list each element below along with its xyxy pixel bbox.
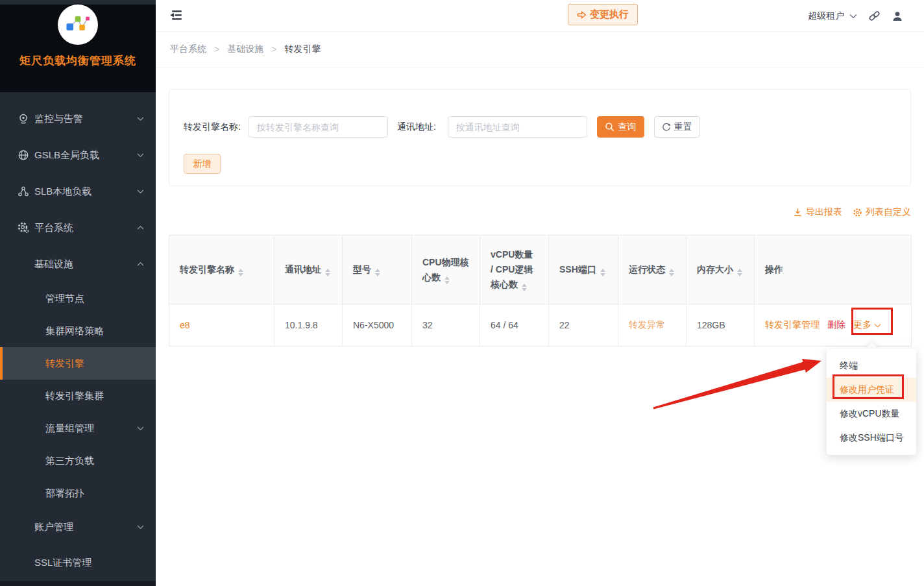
engine-name-label: 转发引擎名称: <box>184 121 241 133</box>
sort-icon[interactable] <box>375 269 380 276</box>
sort-icon[interactable] <box>444 276 450 284</box>
col-memory[interactable]: 内存大小 <box>687 236 755 304</box>
link-icon[interactable] <box>868 10 881 22</box>
cell-model: N6-X5000 <box>343 304 412 347</box>
sidebar-item-gslb[interactable]: GSLB全局负载 <box>0 137 156 173</box>
sidebar-menu: 监控与告警 GSLB全局负载 <box>0 92 156 581</box>
col-ssh-port[interactable]: SSH端口 <box>549 236 618 304</box>
menu-item-modify-ssh-port[interactable]: 修改SSH端口号 <box>827 426 916 450</box>
customize-columns-link[interactable]: 列表自定义 <box>853 206 911 218</box>
sort-icon[interactable] <box>238 269 243 276</box>
engine-name-link[interactable]: e8 <box>180 320 190 330</box>
share-icon <box>18 186 29 197</box>
col-vcpu[interactable]: vCPU数量 / CPU逻辑核心数 <box>480 236 549 304</box>
col-model[interactable]: 型号 <box>343 236 412 304</box>
delete-link[interactable]: 删除 <box>827 319 845 331</box>
sort-icon[interactable] <box>522 284 527 291</box>
download-icon <box>793 208 803 217</box>
filter-card: 转发引擎名称: 通讯地址: 查询 重置 <box>169 89 911 186</box>
menu-item-modify-credentials[interactable]: 修改用户凭证 <box>827 378 916 402</box>
sidebar-item-deploy-topology[interactable]: 部署拓扑 <box>0 477 156 509</box>
add-button[interactable]: 新增 <box>184 154 221 174</box>
cell-ssh-port: 22 <box>549 304 618 347</box>
sidebar-item-platform[interactable]: 平台系统 <box>0 210 156 246</box>
breadcrumb-infrastructure[interactable]: 基础设施 <box>227 43 263 55</box>
menu-item-modify-vcpu[interactable]: 修改vCPU数量 <box>827 402 916 426</box>
sidebar-item-monitoring[interactable]: 监控与告警 <box>0 101 156 137</box>
menu-item-terminal[interactable]: 终端 <box>827 354 916 378</box>
gear-icon <box>853 208 862 217</box>
search-button[interactable]: 查询 <box>597 116 644 138</box>
comm-address-label: 通讯地址: <box>397 121 436 133</box>
table-toolbar: 导出报表 列表自定义 <box>169 206 911 218</box>
export-report-link[interactable]: 导出报表 <box>793 206 842 218</box>
sidebar-item-ssl-cert-management[interactable]: SSL证书管理 <box>0 544 156 581</box>
table-row: e8 10.1.9.8 N6-X5000 32 64 / 64 22 转发异常 … <box>169 304 912 347</box>
cell-vcpu: 64 / 64 <box>480 304 549 347</box>
chevron-down-icon <box>874 323 881 328</box>
sidebar-item-manage-node[interactable]: 管理节点 <box>0 282 156 315</box>
sidebar-item-cluster-network-policy[interactable]: 集群网络策略 <box>0 315 156 347</box>
app-title: 矩尺负载均衡管理系统 <box>0 53 156 68</box>
sidebar-item-forward-engine[interactable]: 转发引擎 <box>0 347 156 380</box>
filter-row: 转发引擎名称: 通讯地址: 查询 重置 <box>184 116 700 138</box>
sort-icon[interactable] <box>737 269 742 276</box>
chevron-down-icon <box>849 14 857 19</box>
cell-address: 10.1.9.8 <box>274 304 343 347</box>
chevron-down-icon <box>137 117 144 121</box>
breadcrumb-platform[interactable]: 平台系统 <box>170 43 206 55</box>
reset-button[interactable]: 重置 <box>654 116 700 138</box>
breadcrumb-separator: > <box>214 44 219 55</box>
globe-icon <box>18 149 29 161</box>
gear-icon <box>18 222 29 234</box>
logo-graph-icon <box>64 11 91 38</box>
header-right: 超级租户 <box>808 0 903 32</box>
refresh-icon <box>662 123 671 132</box>
manage-engine-link[interactable]: 转发引擎管理 <box>765 319 820 331</box>
breadcrumb-current: 转发引擎 <box>284 43 321 55</box>
breadcrumb-separator: > <box>271 44 276 55</box>
search-icon <box>605 122 614 132</box>
more-dropdown-trigger[interactable]: 更多 <box>853 319 881 331</box>
sidebar-item-third-party-load[interactable]: 第三方负载 <box>0 445 156 477</box>
chevron-down-icon <box>137 189 144 194</box>
top-header: 变更执行 超级租户 <box>156 0 924 32</box>
chevron-up-icon <box>137 226 144 230</box>
sidebar-item-forward-engine-cluster[interactable]: 转发引擎集群 <box>0 380 156 412</box>
chevron-down-icon <box>137 525 144 530</box>
cell-physical-cores: 32 <box>412 304 480 347</box>
breadcrumb: 平台系统 > 基础设施 > 转发引擎 <box>156 32 924 67</box>
change-exec-button[interactable]: 变更执行 <box>568 4 638 25</box>
chevron-up-icon <box>137 262 144 267</box>
user-icon[interactable] <box>892 10 903 22</box>
col-run-status[interactable]: 运行状态 <box>618 236 687 304</box>
col-operations: 操作 <box>755 236 912 304</box>
app-logo <box>58 5 98 45</box>
chevron-down-icon <box>137 426 144 431</box>
comm-address-input[interactable] <box>448 116 587 138</box>
sidebar-bottom-strip <box>0 581 156 586</box>
chevron-down-icon <box>137 153 144 158</box>
sidebar-item-infrastructure[interactable]: 基础设施 <box>0 246 156 282</box>
sort-icon[interactable] <box>600 269 605 276</box>
table-header-row: 转发引擎名称 通讯地址 型号 CPU物理核心数 vCPU数量 / CPU逻辑核心… <box>169 236 912 304</box>
engine-table: 转发引擎名称 通讯地址 型号 CPU物理核心数 vCPU数量 / CPU逻辑核心… <box>169 235 912 347</box>
status-badge: 转发异常 <box>629 319 665 330</box>
menu-fold-icon[interactable] <box>170 10 182 21</box>
tenant-selector[interactable]: 超级租户 <box>808 10 857 22</box>
sidebar-item-account-management[interactable]: 账户管理 <box>0 509 156 544</box>
cell-memory: 128GB <box>687 304 755 347</box>
engine-name-input[interactable] <box>249 116 388 138</box>
col-physical-cores[interactable]: CPU物理核心数 <box>412 236 480 304</box>
monitor-icon <box>18 113 29 125</box>
sort-icon[interactable] <box>669 269 674 276</box>
arrow-right-icon <box>577 10 587 19</box>
sort-icon[interactable] <box>325 269 330 276</box>
sidebar-item-traffic-group[interactable]: 流量组管理 <box>0 412 156 445</box>
col-comm-address[interactable]: 通讯地址 <box>274 236 343 304</box>
more-dropdown-menu: 终端 修改用户凭证 修改vCPU数量 修改SSH端口号 <box>827 348 916 455</box>
sidebar-item-slb[interactable]: SLB本地负载 <box>0 173 156 210</box>
annotation-arrow <box>623 350 831 422</box>
sidebar: 矩尺负载均衡管理系统 监控与告警 GSLB全局负载 <box>0 0 156 586</box>
col-engine-name[interactable]: 转发引擎名称 <box>169 236 274 304</box>
